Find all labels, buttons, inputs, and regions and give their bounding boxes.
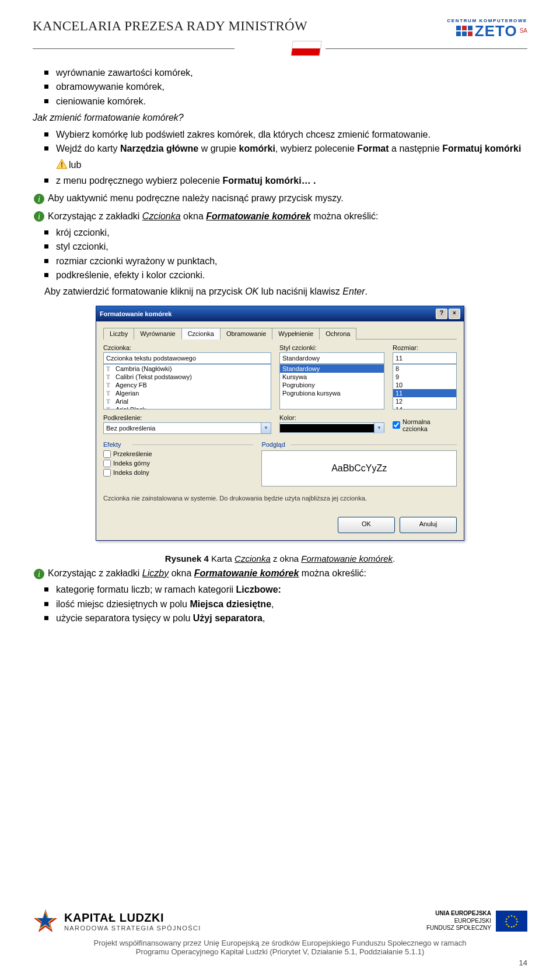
divider: [33, 48, 235, 49]
svg-point-16: [513, 926, 515, 928]
chevron-down-icon[interactable]: ▼: [261, 423, 271, 433]
zeto-logo-sa: SA: [520, 28, 527, 34]
tab-numbers[interactable]: Liczby: [103, 328, 134, 340]
list-item: wyrównanie zawartości komórek,: [56, 66, 527, 79]
truetype-icon: 𝕋: [106, 366, 113, 372]
dialog-note: Czcionka nie zainstalowana w systemie. D…: [103, 495, 457, 502]
list-item: obramowywanie komórek,: [56, 80, 527, 93]
info-icon: i: [33, 568, 46, 580]
ok-button[interactable]: OK: [338, 517, 395, 533]
svg-point-22: [508, 916, 510, 918]
kapital-ludzki-logo: KAPITAŁ LUDZKI NARODOWA STRATEGIA SPÓJNO…: [33, 908, 201, 934]
font-preview: AaBbCcYyZz: [261, 450, 457, 487]
footer-line-1: Projekt współfinansowany przez Unię Euro…: [33, 939, 527, 947]
svg-point-12: [514, 916, 516, 918]
effects-group: Efekty: [103, 441, 253, 448]
svg-point-13: [516, 918, 517, 920]
font-input[interactable]: [103, 352, 271, 364]
svg-point-20: [505, 921, 507, 923]
truetype-icon: 𝕋: [106, 382, 113, 388]
dialog-tabs: Liczby Wyrównanie Czcionka Obramowanie W…: [103, 327, 457, 340]
warning-icon: !: [56, 159, 68, 173]
font-label: Czcionka:: [103, 344, 271, 351]
tab-font[interactable]: Czcionka: [181, 328, 220, 340]
preview-group: Podgląd: [261, 441, 457, 448]
truetype-icon: 𝕋: [106, 398, 113, 404]
page-footer: KAPITAŁ LUDZKI NARODOWA STRATEGIA SPÓJNO…: [0, 902, 560, 975]
subscript-checkbox[interactable]: Indeks dolny: [103, 469, 253, 477]
zeto-pixel-icon: [456, 26, 473, 36]
zeto-logo-text: ZETO: [475, 23, 517, 38]
style-listbox[interactable]: Standardowy Kursywa Pogrubiony Pogrubion…: [279, 364, 384, 410]
list-item: krój czcionki,: [56, 226, 527, 239]
svg-point-14: [516, 921, 518, 923]
divider: [326, 48, 527, 49]
help-button[interactable]: ?: [436, 309, 447, 319]
truetype-icon: 𝕋: [106, 407, 113, 410]
list-item: Wybierz komórkę lub podświetl zakres kom…: [56, 128, 527, 141]
format-cells-dialog: Formatowanie komórek ? × Liczby Wyrównan…: [96, 306, 464, 541]
truetype-icon: 𝕋: [106, 390, 113, 396]
info-icon: i: [33, 193, 46, 205]
tab-alignment[interactable]: Wyrównanie: [134, 328, 181, 340]
confirm-text: Aby zatwierdzić formatowanie kliknij na …: [44, 285, 527, 298]
svg-text:i: i: [38, 570, 40, 579]
tab-fill[interactable]: Wypełnienie: [272, 328, 320, 340]
color-label: Kolor:: [279, 414, 384, 421]
dialog-titlebar: Formatowanie komórek ? ×: [96, 306, 464, 321]
star-icon: [33, 908, 58, 934]
size-listbox[interactable]: 8 9 10 11 12 14: [393, 364, 457, 410]
svg-point-11: [511, 915, 513, 917]
underline-select[interactable]: [103, 422, 271, 434]
style-label: Styl czcionki:: [279, 344, 384, 351]
eu-flag-icon: [496, 911, 527, 932]
dialog-title: Formatowanie komórek: [100, 310, 172, 317]
svg-text:i: i: [38, 195, 40, 204]
cancel-button[interactable]: Anuluj: [400, 517, 457, 533]
svg-text:i: i: [38, 212, 40, 221]
list-item: Wejdź do karty Narzędzia główne w grupie…: [56, 142, 527, 173]
svg-point-15: [516, 924, 517, 926]
font-listbox[interactable]: 𝕋Cambria (Nagłówki) 𝕋Calibri (Tekst pods…: [103, 364, 271, 410]
zeto-logo: CENTRUM KOMPUTEROWE ZETOSA: [447, 19, 527, 38]
eu-logo: UNIA EUROPEJSKA EUROPEJSKI FUNDUSZ SPOŁE…: [426, 910, 527, 932]
svg-point-19: [506, 924, 508, 926]
list-item: cieniowanie komórek.: [56, 95, 527, 108]
svg-text:!: !: [61, 161, 63, 169]
info-text: Aby uaktywnić menu podręczne należy naci…: [48, 193, 344, 203]
list-item: z menu podręcznego wybierz polecenie For…: [56, 174, 527, 187]
color-select[interactable]: [279, 422, 384, 433]
list-item: podkreślenie, efekty i kolor czcionki.: [56, 269, 527, 282]
info-text: Korzystając z zakładki Czcionka okna For…: [48, 211, 378, 221]
list-item: styl czcionki,: [56, 240, 527, 253]
page-header-title: KANCELARIA PREZESA RADY MINISTRÓW: [33, 19, 307, 34]
size-input[interactable]: [393, 352, 457, 364]
chevron-down-icon[interactable]: ▼: [374, 423, 384, 433]
svg-point-18: [508, 926, 510, 928]
list-item: kategorię formatu liczb; w ramach katego…: [56, 583, 527, 596]
size-label: Rozmiar:: [393, 344, 457, 351]
list-item: ilość miejsc dziesiętnych w polu Miejsca…: [56, 598, 527, 611]
page-number: 14: [33, 958, 527, 967]
info-text: Korzystając z zakładki Liczby okna Forma…: [48, 568, 366, 578]
question-heading: Jak zmienić formatowanie komórek?: [33, 111, 527, 124]
list-item: użycie separatora tysięcy w polu Użyj se…: [56, 612, 527, 625]
info-icon: i: [33, 211, 46, 222]
svg-point-17: [511, 926, 513, 928]
figure-caption: Rysunek 4 Karta Czcionka z okna Formatow…: [33, 554, 527, 564]
truetype-icon: 𝕋: [106, 374, 113, 380]
tab-border[interactable]: Obramowanie: [220, 328, 272, 340]
normal-font-checkbox[interactable]: Normalna czcionka: [393, 418, 457, 432]
flag-icon: [290, 41, 322, 56]
superscript-checkbox[interactable]: Indeks górny: [103, 460, 253, 467]
style-input[interactable]: [279, 352, 384, 364]
close-button[interactable]: ×: [449, 309, 460, 319]
footer-line-2: Programu Operacyjnego Kapitał Ludzki (Pr…: [33, 947, 527, 956]
underline-label: Podkreślenie:: [103, 414, 271, 421]
tab-protection[interactable]: Ochrona: [319, 328, 356, 340]
list-item: rozmiar czcionki wyrażony w punktach,: [56, 255, 527, 268]
strike-checkbox[interactable]: Przekreślenie: [103, 450, 253, 458]
svg-point-21: [506, 918, 508, 920]
